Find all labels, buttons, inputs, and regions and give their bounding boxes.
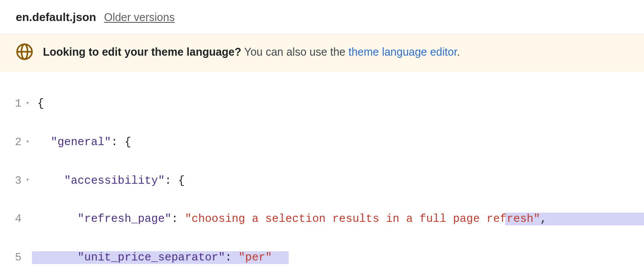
file-header: en.default.json Older versions [0, 0, 644, 34]
banner-period: . [457, 46, 460, 58]
banner-strong: Looking to edit your theme language? [43, 46, 241, 58]
code-line: { [37, 97, 644, 110]
code-line: "general": { [37, 136, 644, 149]
gutter: 1▾ 2▾ 3▾ 4 5 6 7▾ 8 9 10 11▾ 12 13 14 15… [0, 72, 32, 278]
banner-rest: You can also use the [241, 46, 349, 58]
code-line: "refresh_page": "choosing a selection re… [37, 213, 644, 225]
code-editor[interactable]: 1▾ 2▾ 3▾ 4 5 6 7▾ 8 9 10 11▾ 12 13 14 15… [0, 72, 644, 278]
code-line: "unit_price_separator": "per" [37, 251, 644, 264]
filename: en.default.json [16, 11, 96, 24]
line-number: 2 [7, 136, 21, 149]
line-number: 5 [7, 251, 21, 264]
older-versions-link[interactable]: Older versions [104, 11, 174, 24]
fold-icon[interactable]: ▾ [23, 177, 29, 183]
fold-icon[interactable]: ▾ [23, 139, 29, 145]
theme-language-editor-link[interactable]: theme language editor [348, 46, 456, 58]
globe-icon [16, 43, 33, 61]
banner-text: Looking to edit your theme language? You… [43, 46, 460, 58]
info-banner: Looking to edit your theme language? You… [0, 34, 644, 72]
line-number: 4 [7, 213, 21, 225]
line-number: 1 [7, 97, 21, 110]
code-line: "accessibility": { [37, 175, 644, 187]
fold-icon[interactable]: ▾ [23, 100, 29, 107]
line-number: 3 [7, 175, 21, 187]
code-area[interactable]: { "general": { "accessibility": { "refre… [32, 72, 644, 278]
